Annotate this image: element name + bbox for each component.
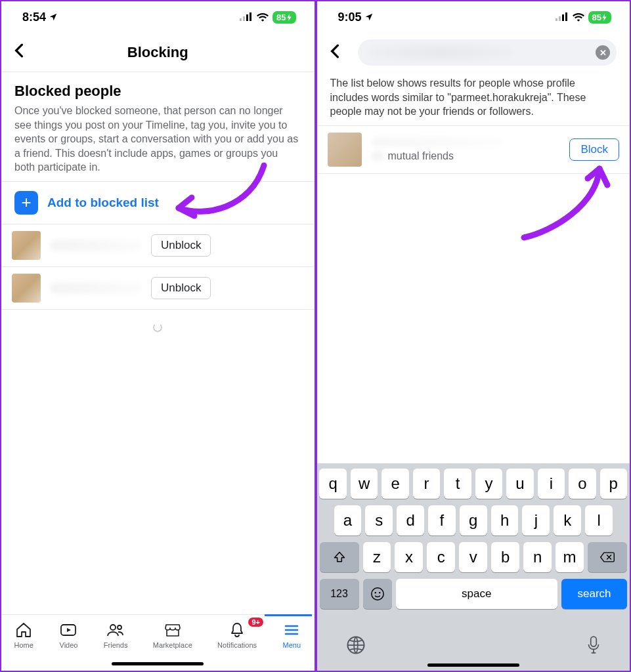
key-p[interactable]: p bbox=[600, 469, 627, 499]
battery-icon: 85 bbox=[272, 11, 295, 24]
tab-notifications[interactable]: 9+ Notifications bbox=[217, 621, 257, 649]
svg-rect-8 bbox=[559, 16, 561, 21]
svg-point-6 bbox=[118, 625, 121, 629]
wifi-icon bbox=[257, 12, 269, 22]
svg-point-5 bbox=[110, 625, 116, 630]
tab-home[interactable]: Home bbox=[14, 621, 33, 649]
svg-rect-3 bbox=[250, 12, 251, 21]
shift-key[interactable] bbox=[320, 542, 359, 572]
cell-signal-icon bbox=[240, 12, 253, 22]
svg-point-11 bbox=[371, 588, 383, 600]
tab-video[interactable]: Video bbox=[58, 621, 78, 649]
search-info: The list below shows results for people … bbox=[317, 72, 630, 126]
unblock-button[interactable]: Unblock bbox=[151, 277, 211, 299]
key-s[interactable]: s bbox=[365, 505, 393, 536]
search-input[interactable]: ✕ bbox=[358, 39, 617, 66]
menu-icon bbox=[282, 621, 301, 639]
key-u[interactable]: u bbox=[506, 469, 533, 499]
key-i[interactable]: i bbox=[538, 469, 565, 499]
key-z[interactable]: z bbox=[363, 542, 391, 572]
avatar bbox=[12, 274, 41, 303]
page-title: Blocking bbox=[14, 44, 301, 61]
svg-rect-0 bbox=[240, 18, 242, 21]
location-arrow-icon bbox=[49, 12, 58, 22]
avatar bbox=[12, 231, 41, 260]
tab-friends[interactable]: Friends bbox=[104, 621, 128, 649]
home-indicator bbox=[427, 663, 519, 667]
back-button[interactable] bbox=[330, 43, 350, 63]
notification-badge: 9+ bbox=[248, 618, 263, 627]
nav-header: Blocking bbox=[1, 33, 315, 72]
add-to-blocked-row[interactable]: + Add to blocked list bbox=[1, 182, 315, 224]
blurred-name bbox=[371, 136, 502, 148]
key-h[interactable]: h bbox=[491, 505, 519, 536]
status-bar: 8:54 85 bbox=[1, 1, 315, 33]
numbers-key[interactable]: 123 bbox=[320, 579, 359, 609]
svg-point-12 bbox=[374, 592, 376, 593]
add-to-blocked-label: Add to blocked list bbox=[47, 196, 159, 210]
tab-marketplace[interactable]: Marketplace bbox=[153, 621, 192, 649]
plus-icon: + bbox=[14, 191, 38, 215]
backspace-key[interactable] bbox=[588, 542, 627, 572]
avatar bbox=[328, 133, 362, 167]
key-v[interactable]: v bbox=[459, 542, 487, 572]
home-indicator bbox=[112, 662, 204, 665]
video-icon bbox=[58, 621, 78, 639]
status-time: 9:05 bbox=[338, 10, 362, 24]
space-key[interactable]: space bbox=[396, 579, 558, 609]
cell-signal-icon bbox=[555, 12, 569, 22]
key-m[interactable]: m bbox=[555, 542, 584, 572]
globe-icon[interactable] bbox=[346, 635, 366, 655]
status-bar: 9:05 85 bbox=[317, 1, 630, 33]
key-l[interactable]: l bbox=[585, 505, 613, 536]
marketplace-icon bbox=[163, 621, 183, 639]
home-icon bbox=[14, 621, 33, 639]
tab-bar: Home Video Friends Marketplace 9+ Notifi… bbox=[1, 614, 315, 671]
key-f[interactable]: f bbox=[428, 505, 456, 536]
key-k[interactable]: k bbox=[554, 505, 581, 536]
svg-rect-7 bbox=[555, 18, 557, 21]
blocked-people-section: Blocked people Once you've blocked someo… bbox=[1, 72, 315, 182]
search-key[interactable]: search bbox=[561, 579, 627, 609]
keyboard[interactable]: qwertyuiop asdfghjkl zxcvbnm 123 space s… bbox=[317, 463, 630, 671]
key-e[interactable]: e bbox=[381, 469, 408, 499]
key-a[interactable]: a bbox=[334, 505, 362, 536]
loading-spinner-icon bbox=[153, 323, 162, 332]
battery-icon: 85 bbox=[588, 11, 611, 24]
blocked-user-row: Unblock bbox=[1, 224, 315, 267]
key-j[interactable]: j bbox=[522, 505, 550, 536]
blurred-name bbox=[50, 281, 142, 295]
key-q[interactable]: q bbox=[319, 469, 346, 499]
search-info-text: The list below shows results for people … bbox=[330, 76, 617, 119]
svg-rect-15 bbox=[591, 637, 597, 646]
key-b[interactable]: b bbox=[491, 542, 519, 572]
location-arrow-icon bbox=[364, 12, 374, 22]
clear-icon[interactable]: ✕ bbox=[596, 45, 610, 60]
svg-rect-2 bbox=[246, 14, 248, 21]
friends-icon bbox=[106, 621, 125, 639]
mutual-friends-text: mutual friends bbox=[371, 150, 561, 162]
key-y[interactable]: y bbox=[475, 469, 502, 499]
key-w[interactable]: w bbox=[351, 469, 378, 499]
key-d[interactable]: d bbox=[397, 505, 424, 536]
left-phone: 8:54 85 Blocking Blocked people Once you… bbox=[1, 1, 315, 671]
key-n[interactable]: n bbox=[523, 542, 552, 572]
key-g[interactable]: g bbox=[460, 505, 487, 536]
section-desc: Once you've blocked someone, that person… bbox=[14, 104, 301, 175]
key-o[interactable]: o bbox=[569, 469, 596, 499]
svg-rect-1 bbox=[243, 16, 245, 21]
key-t[interactable]: t bbox=[444, 469, 471, 499]
key-r[interactable]: r bbox=[413, 469, 440, 499]
section-title: Blocked people bbox=[14, 83, 301, 100]
key-x[interactable]: x bbox=[395, 542, 423, 572]
blurred-name bbox=[50, 238, 142, 253]
svg-rect-10 bbox=[565, 12, 567, 21]
mic-icon[interactable] bbox=[586, 635, 601, 655]
block-button[interactable]: Block bbox=[569, 138, 619, 161]
key-c[interactable]: c bbox=[427, 542, 455, 572]
unblock-button[interactable]: Unblock bbox=[151, 234, 211, 257]
tab-menu[interactable]: Menu bbox=[282, 621, 301, 649]
search-result-row: mutual friends Block bbox=[317, 126, 630, 174]
emoji-key[interactable] bbox=[363, 579, 392, 609]
nav-header: ✕ bbox=[317, 33, 630, 72]
